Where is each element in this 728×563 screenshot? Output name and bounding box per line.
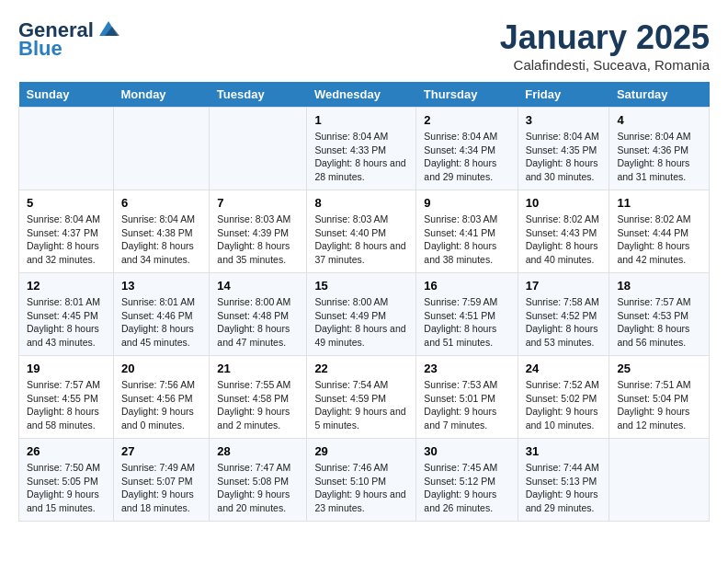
day-number: 2 <box>424 113 509 127</box>
day-number: 31 <box>526 444 602 458</box>
calendar-week-2: 5Sunrise: 8:04 AMSunset: 4:37 PMDaylight… <box>19 190 710 273</box>
day-number: 11 <box>617 196 701 210</box>
day-info: Sunrise: 8:01 AMSunset: 4:45 PMDaylight:… <box>27 295 106 350</box>
day-number: 23 <box>424 362 509 375</box>
day-info: Sunrise: 7:58 AMSunset: 4:52 PMDaylight:… <box>526 295 602 350</box>
day-number: 19 <box>27 362 106 375</box>
weekday-header-tuesday: Tuesday <box>210 82 307 108</box>
weekday-header-wednesday: Wednesday <box>307 82 416 108</box>
day-number: 1 <box>314 113 408 127</box>
day-info: Sunrise: 8:03 AMSunset: 4:41 PMDaylight:… <box>424 213 509 267</box>
calendar-cell <box>113 108 209 190</box>
calendar-cell: 25Sunrise: 7:51 AMSunset: 5:04 PMDayligh… <box>609 356 710 439</box>
day-number: 29 <box>314 444 408 458</box>
calendar-cell: 26Sunrise: 7:50 AMSunset: 5:05 PMDayligh… <box>19 439 114 522</box>
day-info: Sunrise: 7:44 AMSunset: 5:13 PMDaylight:… <box>526 461 602 515</box>
day-number: 3 <box>526 113 602 127</box>
calendar-cell: 27Sunrise: 7:49 AMSunset: 5:07 PMDayligh… <box>113 439 209 522</box>
day-number: 20 <box>121 362 201 375</box>
day-info: Sunrise: 7:54 AMSunset: 4:59 PMDaylight:… <box>314 378 408 432</box>
calendar-cell: 11Sunrise: 8:02 AMSunset: 4:44 PMDayligh… <box>609 190 710 273</box>
calendar-cell: 4Sunrise: 8:04 AMSunset: 4:36 PMDaylight… <box>609 108 710 190</box>
day-info: Sunrise: 8:02 AMSunset: 4:44 PMDaylight:… <box>617 213 701 267</box>
day-number: 14 <box>217 279 299 293</box>
day-info: Sunrise: 7:56 AMSunset: 4:56 PMDaylight:… <box>121 378 201 432</box>
day-info: Sunrise: 7:46 AMSunset: 5:10 PMDaylight:… <box>314 461 408 515</box>
calendar-title: January 2025 <box>500 18 710 57</box>
day-info: Sunrise: 8:04 AMSunset: 4:38 PMDaylight:… <box>121 213 201 267</box>
calendar-cell: 14Sunrise: 8:00 AMSunset: 4:48 PMDayligh… <box>210 273 307 356</box>
page-header: General Blue January 2025 Calafindesti, … <box>18 18 710 73</box>
calendar-cell: 12Sunrise: 8:01 AMSunset: 4:45 PMDayligh… <box>19 273 114 356</box>
day-number: 24 <box>526 362 602 375</box>
calendar-cell: 7Sunrise: 8:03 AMSunset: 4:39 PMDaylight… <box>210 190 307 273</box>
calendar-cell: 19Sunrise: 7:57 AMSunset: 4:55 PMDayligh… <box>19 356 114 439</box>
day-info: Sunrise: 7:53 AMSunset: 5:01 PMDaylight:… <box>424 378 509 432</box>
day-info: Sunrise: 8:04 AMSunset: 4:36 PMDaylight:… <box>617 130 701 184</box>
calendar-cell: 3Sunrise: 8:04 AMSunset: 4:35 PMDaylight… <box>518 108 609 190</box>
day-info: Sunrise: 7:45 AMSunset: 5:12 PMDaylight:… <box>424 461 509 515</box>
day-number: 27 <box>121 444 201 458</box>
calendar-cell: 15Sunrise: 8:00 AMSunset: 4:49 PMDayligh… <box>307 273 416 356</box>
calendar-cell <box>609 439 710 522</box>
day-number: 28 <box>217 444 299 458</box>
title-block: January 2025 Calafindesti, Suceava, Roma… <box>500 18 710 73</box>
day-info: Sunrise: 8:03 AMSunset: 4:40 PMDaylight:… <box>314 213 408 267</box>
day-info: Sunrise: 7:57 AMSunset: 4:55 PMDaylight:… <box>27 378 106 432</box>
day-number: 13 <box>121 279 201 293</box>
calendar-cell <box>210 108 307 190</box>
calendar-cell: 10Sunrise: 8:02 AMSunset: 4:43 PMDayligh… <box>518 190 609 273</box>
day-info: Sunrise: 7:52 AMSunset: 5:02 PMDaylight:… <box>526 378 602 432</box>
day-number: 21 <box>217 362 299 375</box>
day-info: Sunrise: 8:02 AMSunset: 4:43 PMDaylight:… <box>526 213 602 267</box>
day-info: Sunrise: 7:51 AMSunset: 5:04 PMDaylight:… <box>617 378 701 432</box>
calendar-cell: 22Sunrise: 7:54 AMSunset: 4:59 PMDayligh… <box>307 356 416 439</box>
day-info: Sunrise: 7:47 AMSunset: 5:08 PMDaylight:… <box>217 461 299 515</box>
day-number: 15 <box>314 279 408 293</box>
weekday-header-thursday: Thursday <box>416 82 518 108</box>
calendar-cell: 31Sunrise: 7:44 AMSunset: 5:13 PMDayligh… <box>518 439 609 522</box>
weekday-header-monday: Monday <box>113 82 209 108</box>
day-info: Sunrise: 8:04 AMSunset: 4:34 PMDaylight:… <box>424 130 509 184</box>
day-number: 30 <box>424 444 509 458</box>
day-info: Sunrise: 8:04 AMSunset: 4:33 PMDaylight:… <box>314 130 408 184</box>
day-number: 7 <box>217 196 299 210</box>
calendar-cell: 6Sunrise: 8:04 AMSunset: 4:38 PMDaylight… <box>113 190 209 273</box>
day-number: 5 <box>27 196 106 210</box>
calendar-cell: 30Sunrise: 7:45 AMSunset: 5:12 PMDayligh… <box>416 439 518 522</box>
day-number: 12 <box>27 279 106 293</box>
weekday-header-row: SundayMondayTuesdayWednesdayThursdayFrid… <box>19 82 710 108</box>
day-number: 10 <box>526 196 602 210</box>
calendar-subtitle: Calafindesti, Suceava, Romania <box>500 57 710 73</box>
calendar-cell: 9Sunrise: 8:03 AMSunset: 4:41 PMDaylight… <box>416 190 518 273</box>
calendar-cell: 8Sunrise: 8:03 AMSunset: 4:40 PMDaylight… <box>307 190 416 273</box>
calendar-week-5: 26Sunrise: 7:50 AMSunset: 5:05 PMDayligh… <box>19 439 710 522</box>
logo: General Blue <box>18 18 121 61</box>
day-number: 16 <box>424 279 509 293</box>
calendar-cell <box>19 108 114 190</box>
day-info: Sunrise: 7:50 AMSunset: 5:05 PMDaylight:… <box>27 461 106 515</box>
calendar-cell: 18Sunrise: 7:57 AMSunset: 4:53 PMDayligh… <box>609 273 710 356</box>
calendar-table: SundayMondayTuesdayWednesdayThursdayFrid… <box>18 82 710 522</box>
weekday-header-sunday: Sunday <box>19 82 114 108</box>
day-info: Sunrise: 8:04 AMSunset: 4:37 PMDaylight:… <box>27 213 106 267</box>
day-number: 22 <box>314 362 408 375</box>
day-number: 6 <box>121 196 201 210</box>
calendar-cell: 16Sunrise: 7:59 AMSunset: 4:51 PMDayligh… <box>416 273 518 356</box>
day-info: Sunrise: 8:03 AMSunset: 4:39 PMDaylight:… <box>217 213 299 267</box>
weekday-header-friday: Friday <box>518 82 609 108</box>
calendar-cell: 1Sunrise: 8:04 AMSunset: 4:33 PMDaylight… <box>307 108 416 190</box>
weekday-header-saturday: Saturday <box>609 82 710 108</box>
calendar-cell: 28Sunrise: 7:47 AMSunset: 5:08 PMDayligh… <box>210 439 307 522</box>
day-number: 8 <box>314 196 408 210</box>
day-number: 18 <box>617 279 701 293</box>
day-info: Sunrise: 7:57 AMSunset: 4:53 PMDaylight:… <box>617 295 701 350</box>
calendar-cell: 2Sunrise: 8:04 AMSunset: 4:34 PMDaylight… <box>416 108 518 190</box>
day-number: 4 <box>617 113 701 127</box>
calendar-week-4: 19Sunrise: 7:57 AMSunset: 4:55 PMDayligh… <box>19 356 710 439</box>
day-info: Sunrise: 8:04 AMSunset: 4:35 PMDaylight:… <box>526 130 602 184</box>
day-number: 9 <box>424 196 509 210</box>
calendar-week-3: 12Sunrise: 8:01 AMSunset: 4:45 PMDayligh… <box>19 273 710 356</box>
calendar-cell: 13Sunrise: 8:01 AMSunset: 4:46 PMDayligh… <box>113 273 209 356</box>
calendar-cell: 5Sunrise: 8:04 AMSunset: 4:37 PMDaylight… <box>19 190 114 273</box>
